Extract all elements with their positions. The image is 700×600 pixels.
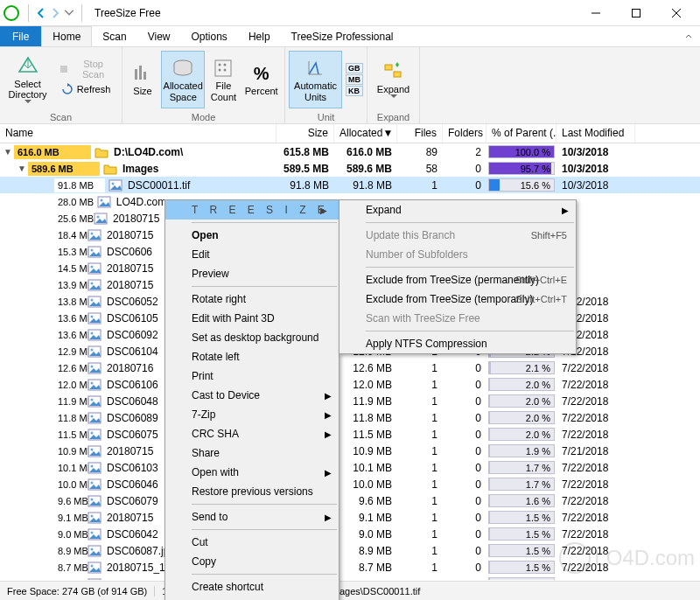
ctx-edit[interactable]: Edit bbox=[165, 245, 339, 264]
table-row[interactable]: 9.1 MB 20180715 9.1 MB 9.1 MB 1 0 1.5 % … bbox=[0, 509, 700, 526]
maximize-button[interactable] bbox=[616, 0, 656, 26]
tab-pro[interactable]: TreeSize Professional bbox=[281, 26, 404, 46]
ctx-cast[interactable]: Cast to Device▶ bbox=[165, 386, 339, 405]
table-row[interactable]: 11.9 MB DSC06048 11.9 MB 11.9 MB 1 0 2.0… bbox=[0, 393, 700, 409]
mode-size-button[interactable]: Size bbox=[126, 51, 159, 108]
mode-allocated-button[interactable]: Allocated Space bbox=[161, 51, 205, 108]
tab-view[interactable]: View bbox=[137, 26, 181, 46]
sub-update[interactable]: Update this BranchShift+F5 bbox=[340, 226, 576, 245]
image-icon bbox=[88, 345, 102, 359]
svg-point-54 bbox=[91, 514, 94, 517]
sub-subfolders[interactable]: Number of Subfolders bbox=[340, 245, 576, 264]
file-name: DSC06048 bbox=[105, 395, 158, 408]
mode-filecount-button[interactable]: File Count bbox=[206, 51, 240, 108]
svg-rect-12 bbox=[394, 72, 401, 77]
file-name: DSC0606 bbox=[105, 246, 152, 258]
nav-dropdown[interactable] bbox=[62, 6, 76, 20]
table-row[interactable]: ▼ 616.0 MB D:\LO4D.com\ 615.8 MB 616.0 M… bbox=[0, 143, 700, 160]
col-folders[interactable]: Folders bbox=[443, 124, 486, 143]
ctx-send-to[interactable]: Send to▶ bbox=[165, 507, 339, 527]
sub-ntfs[interactable]: Apply NTFS Compression bbox=[340, 334, 576, 353]
image-icon bbox=[88, 228, 102, 242]
minimize-button[interactable] bbox=[576, 0, 616, 26]
image-icon bbox=[88, 561, 102, 575]
tab-home[interactable]: Home bbox=[41, 26, 92, 46]
table-row[interactable]: 9.0 MB DSC06042 9.0 MB 9.0 MB 1 0 1.5 % … bbox=[0, 526, 700, 542]
table-row[interactable]: 12.6 MB 20180716 12.6 MB 12.6 MB 1 0 2.1… bbox=[0, 359, 700, 376]
svg-point-14 bbox=[112, 182, 115, 185]
ctx-restore[interactable]: Restore previous versions bbox=[165, 482, 339, 501]
ctx-desktop-bg[interactable]: Set as desktop background bbox=[165, 328, 339, 347]
ctx-print[interactable]: Print bbox=[165, 366, 339, 386]
table-row[interactable]: 11.8 MB DSC06089 11.8 MB 11.8 MB 1 0 2.0… bbox=[0, 409, 700, 426]
sub-scan[interactable]: Scan with TreeSize Free bbox=[340, 309, 576, 328]
expand-toggle[interactable]: ▼ bbox=[2, 147, 14, 157]
file-menu[interactable]: File bbox=[0, 26, 41, 46]
file-name: DSC06052 bbox=[105, 296, 158, 308]
sub-expand[interactable]: Expand▶ bbox=[340, 200, 576, 220]
tab-help[interactable]: Help bbox=[238, 26, 281, 46]
table-row[interactable]: 8.3 MB 20180716_181658.jpg 8.3 MB 8.3 MB… bbox=[0, 576, 700, 580]
ctx-treesize[interactable]: T R E E S I Z E▶ bbox=[165, 200, 339, 220]
svg-point-8 bbox=[224, 64, 227, 66]
ctx-preview[interactable]: Preview bbox=[165, 264, 339, 283]
table-row[interactable]: 91.8 MB DSC00011.tif 91.8 MB 91.8 MB 1 0… bbox=[0, 177, 700, 193]
sub-exclude-perm[interactable]: Exclude from TreeSize (permanently)Shift… bbox=[340, 270, 576, 290]
image-icon bbox=[88, 328, 102, 342]
ctx-crc[interactable]: CRC SHA▶ bbox=[165, 424, 339, 443]
col-size[interactable]: Size bbox=[276, 124, 334, 143]
table-row[interactable]: 10.1 MB DSC06103 10.1 MB 10.1 MB 1 0 1.7… bbox=[0, 459, 700, 476]
file-name: 20180715 bbox=[111, 213, 159, 225]
col-alloc[interactable]: Allocated▼ bbox=[334, 124, 397, 143]
file-name: 20180716 bbox=[105, 362, 153, 374]
ctx-rotate-right[interactable]: Rotate right bbox=[165, 290, 339, 309]
image-icon bbox=[88, 461, 102, 475]
ctx-7zip[interactable]: 7-Zip▶ bbox=[165, 405, 339, 424]
tab-scan[interactable]: Scan bbox=[92, 26, 136, 46]
image-icon bbox=[88, 245, 102, 259]
mode-percent-button[interactable]: %Percent bbox=[242, 51, 281, 108]
sub-exclude-temp[interactable]: Exclude from TreeSize (temporarily)Shift… bbox=[340, 290, 576, 309]
svg-point-44 bbox=[91, 431, 94, 434]
col-files[interactable]: Files bbox=[397, 124, 443, 143]
table-row[interactable]: ▼ 589.6 MB Images 589.5 MB 589.6 MB 58 0… bbox=[0, 160, 700, 177]
ctx-shortcut[interactable]: Create shortcut bbox=[165, 577, 339, 597]
table-row[interactable]: 9.6 MB DSC06079 9.6 MB 9.6 MB 1 0 1.6 % … bbox=[0, 492, 700, 509]
svg-point-52 bbox=[91, 498, 94, 500]
folder-icon bbox=[103, 162, 117, 176]
ctx-share[interactable]: Share bbox=[165, 443, 339, 463]
ctx-cut[interactable]: Cut bbox=[165, 533, 339, 552]
ctx-open-with[interactable]: Open with▶ bbox=[165, 463, 339, 482]
statusbar: Free Space: 274 GB (of 914 GB) 1 Files 0… bbox=[0, 581, 700, 600]
ribbon: Select Directory Stop Scan Refresh Scan … bbox=[0, 47, 700, 124]
ctx-rotate-left[interactable]: Rotate left bbox=[165, 347, 339, 366]
svg-point-32 bbox=[91, 331, 94, 334]
col-pct[interactable]: % of Parent (... bbox=[486, 124, 556, 143]
close-button[interactable] bbox=[656, 0, 696, 26]
table-row[interactable]: 10.0 MB DSC06046 10.0 MB 10.0 MB 1 0 1.7… bbox=[0, 476, 700, 492]
col-name[interactable]: Name bbox=[0, 124, 276, 143]
expand-toggle[interactable]: ▼ bbox=[16, 164, 28, 173]
table-row[interactable]: 12.0 MB DSC06106 12.0 MB 12.0 MB 1 0 2.0… bbox=[0, 376, 700, 393]
stop-scan-button[interactable]: Stop Scan bbox=[53, 59, 118, 79]
select-directory-button[interactable]: Select Directory bbox=[4, 51, 52, 108]
ctx-copy[interactable]: Copy bbox=[165, 552, 339, 571]
svg-point-42 bbox=[91, 415, 94, 417]
svg-point-36 bbox=[91, 365, 94, 367]
table-row[interactable]: 10.9 MB 20180715 10.9 MB 10.9 MB 1 0 1.9… bbox=[0, 443, 700, 459]
ribbon-toggle[interactable] bbox=[677, 26, 700, 46]
table-row[interactable]: 11.5 MB DSC06075 11.5 MB 11.5 MB 1 0 2.0… bbox=[0, 426, 700, 443]
unit-auto-button[interactable]: Automatic Units bbox=[289, 51, 342, 108]
nav-fwd[interactable] bbox=[48, 6, 62, 20]
col-modified[interactable]: Last Modified bbox=[556, 124, 635, 143]
tab-options[interactable]: Options bbox=[181, 26, 238, 46]
refresh-button[interactable]: Refresh bbox=[53, 80, 118, 99]
svg-point-30 bbox=[91, 315, 94, 317]
ctx-paint3d[interactable]: Edit with Paint 3D bbox=[165, 309, 339, 328]
ctx-delete[interactable]: Delete bbox=[165, 597, 339, 600]
svg-point-38 bbox=[91, 381, 94, 384]
nav-back[interactable] bbox=[34, 6, 48, 20]
ctx-open[interactable]: Open bbox=[165, 226, 339, 245]
svg-point-48 bbox=[91, 464, 94, 467]
expand-button[interactable]: Expand bbox=[371, 51, 416, 108]
